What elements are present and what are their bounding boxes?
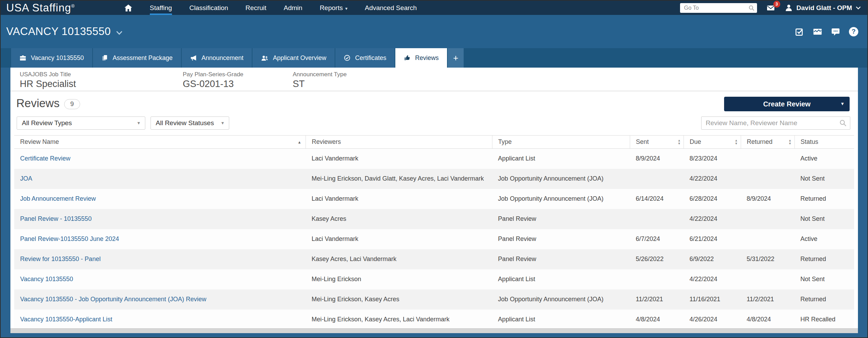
usa-staffing-window: USA Staffing® Staffing Classification Re…: [0, 0, 868, 338]
sort-ascending-icon: ▲: [298, 140, 301, 144]
type-cell: Applicant List: [492, 149, 630, 169]
reviews-header-row: Reviews 9 Create Review ▾: [16, 97, 850, 111]
table-row: Vacancy 10135550 - Job Opportunity Annou…: [14, 289, 854, 310]
job-info-bar: USAJOBS Job Title HR Specialist Pay Plan…: [10, 68, 858, 91]
usa-staffing-logo[interactable]: USA Staffing®: [6, 2, 75, 14]
review-name-link[interactable]: Panel Review - 10135550: [20, 215, 92, 222]
type-cell: Applicant List: [492, 310, 630, 329]
sort-icon: ▲▼: [678, 139, 681, 145]
column-status[interactable]: Status: [794, 136, 854, 149]
topnav-right: 3 David Glatt - OPM: [680, 3, 861, 13]
search-icon[interactable]: [748, 5, 755, 12]
notifications-mail[interactable]: 3: [765, 4, 776, 12]
briefcase-icon: [19, 54, 26, 61]
chat-icon[interactable]: [831, 27, 840, 36]
tab-assessment-package[interactable]: Assessment Package: [93, 48, 181, 68]
nav-item-reports[interactable]: Reports▾: [320, 4, 347, 12]
sort-icon: ▲▼: [789, 139, 792, 145]
returned-cell: [741, 229, 794, 249]
reviews-table: Review Name▲ Reviewers Type Sent▲▼ Due▲▼…: [14, 135, 854, 328]
returned-cell: 8/9/2024: [741, 189, 794, 209]
tab-reviews[interactable]: Reviews: [395, 48, 447, 68]
announcement-type-field: Announcement Type ST: [293, 71, 347, 91]
sent-cell: 6/7/2024: [630, 229, 684, 249]
tab-announcement[interactable]: Announcement: [182, 48, 252, 68]
review-name-link[interactable]: Vacancy 10135550: [20, 276, 73, 283]
due-cell: 6/28/2024: [684, 189, 741, 209]
type-cell: Panel Review: [492, 209, 630, 229]
status-cell: Returned: [794, 189, 854, 209]
review-name-cell: Vacancy 10135550: [14, 269, 306, 289]
search-icon[interactable]: [839, 119, 847, 128]
help-icon[interactable]: ?: [849, 27, 858, 36]
type-cell: Panel Review: [492, 229, 630, 249]
type-cell: Job Opportunity Announcement (JOA): [492, 169, 630, 189]
sent-cell: [630, 269, 684, 289]
vacancy-title[interactable]: VACANCY 10135550: [6, 25, 123, 38]
tab-vacancy[interactable]: Vacancy 10135550: [11, 48, 92, 68]
table-row: Job Announcement Review Laci Vandermark …: [14, 189, 854, 209]
review-name-cell: Review for 10135550 - Panel: [14, 249, 306, 269]
review-activity-icon[interactable]: [813, 27, 822, 36]
documents-icon: [101, 54, 108, 61]
review-name-link[interactable]: Vacancy 10135550 - Job Opportunity Annou…: [20, 296, 206, 303]
tab-certificates[interactable]: Certificates: [335, 48, 395, 68]
users-icon: [261, 54, 268, 61]
goto-input[interactable]: [680, 3, 757, 13]
reviewers-cell: Laci Vandermark: [306, 149, 492, 169]
mail-badge: 3: [773, 1, 780, 8]
tasks-icon[interactable]: [795, 27, 804, 36]
reviews-count-badge: 9: [64, 99, 80, 109]
create-review-button[interactable]: Create Review ▾: [724, 97, 850, 111]
column-returned[interactable]: Returned▲▼: [741, 136, 794, 149]
nav-item-recruit[interactable]: Recruit: [246, 4, 266, 12]
returned-cell: 5/31/2022: [741, 249, 794, 269]
home-icon[interactable]: [124, 4, 132, 12]
content-panel: USAJOBS Job Title HR Specialist Pay Plan…: [10, 68, 858, 333]
nav-item-staffing[interactable]: Staffing: [150, 4, 172, 12]
review-name-link[interactable]: Certificate Review: [20, 155, 70, 162]
filter-row: All Review Types ▼ All Review Statuses ▼: [17, 116, 850, 130]
user-menu[interactable]: David Glatt - OPM: [784, 3, 861, 12]
sort-icon: ▲▼: [735, 139, 738, 145]
column-reviewers[interactable]: Reviewers: [306, 136, 492, 149]
table-header-row: Review Name▲ Reviewers Type Sent▲▼ Due▲▼…: [14, 136, 854, 149]
registered-mark: ®: [71, 3, 75, 8]
column-due[interactable]: Due▲▼: [684, 136, 741, 149]
review-name-link[interactable]: Panel Review-10135550 June 2024: [20, 235, 119, 242]
status-cell: Active: [794, 149, 854, 169]
nav-item-classification[interactable]: Classification: [189, 4, 228, 12]
status-cell: Returned: [794, 249, 854, 269]
reviewers-cell: Mei-Ling Erickson, Kasey Acres, Laci Van…: [306, 310, 492, 329]
column-review-name[interactable]: Review Name▲: [14, 136, 306, 149]
chevron-down-icon: ▾: [345, 6, 347, 11]
review-name-cell: Certificate Review: [14, 149, 306, 169]
review-search-input[interactable]: [701, 116, 850, 130]
due-cell: 4/22/2024: [684, 209, 741, 229]
table-row: Vacancy 10135550-Applicant List Mei-Ling…: [14, 310, 854, 329]
horizontal-scrollbar[interactable]: [10, 328, 858, 333]
vacancy-tabs: Vacancy 10135550 Assessment Package Anno…: [1, 48, 867, 68]
type-cell: Job Opportunity Announcement (JOA): [492, 289, 630, 310]
column-type[interactable]: Type: [492, 136, 630, 149]
status-cell: Returned: [794, 289, 854, 310]
review-name-link[interactable]: JOA: [20, 175, 32, 182]
tab-applicant-overview[interactable]: Applicant Overview: [252, 48, 335, 68]
returned-cell: [741, 169, 794, 189]
review-type-filter[interactable]: All Review Types ▼: [17, 116, 145, 130]
table-row: Certificate Review Laci Vandermark Appli…: [14, 149, 854, 169]
table-row: JOA Mei-Ling Erickson, David Glatt, Kase…: [14, 169, 854, 189]
due-cell: 6/9/2022: [684, 249, 741, 269]
add-tab-button[interactable]: +: [448, 48, 464, 68]
review-name-link[interactable]: Vacancy 10135550-Applicant List: [20, 316, 112, 323]
column-sent[interactable]: Sent▲▼: [630, 136, 684, 149]
review-name-link[interactable]: Review for 10135550 - Panel: [20, 255, 101, 262]
reviewers-cell: Laci Vandermark: [306, 229, 492, 249]
nav-item-admin[interactable]: Admin: [284, 4, 302, 12]
nav-item-advanced-search[interactable]: Advanced Search: [365, 4, 417, 12]
sent-cell: [630, 169, 684, 189]
sent-cell: 6/14/2024: [630, 189, 684, 209]
review-status-filter[interactable]: All Review Statuses ▼: [151, 116, 229, 130]
review-name-link[interactable]: Job Announcement Review: [20, 195, 96, 202]
table-row: Review for 10135550 - Panel Kasey Acres,…: [14, 249, 854, 269]
